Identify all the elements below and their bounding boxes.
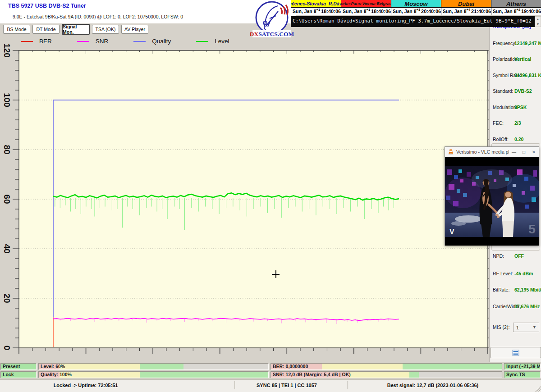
constellation-button[interactable] <box>491 347 541 358</box>
vlc-titlebar[interactable]: Verissimo - VLC media player — □ ✕ <box>445 147 539 157</box>
chart-legend: BERSNRQualityLevel <box>21 38 255 45</box>
v-watermark: V <box>449 228 454 236</box>
status-sync: SYNC 85 | TEI 1 | CC 1057 <box>257 383 317 388</box>
field-rolloff-: RollOff:0.20 <box>490 137 541 143</box>
field-carrierwidth-: CarrierWidth:37,676 MHz <box>490 304 541 310</box>
mis-select[interactable]: 1 ▼ <box>513 323 539 332</box>
legend-label: Quality <box>152 38 171 45</box>
legend-swatch <box>133 41 146 42</box>
clock-utc-offset: +4 <box>467 8 472 12</box>
field-label: FEC: <box>493 120 504 126</box>
field-fec-: FEC:2/3 <box>490 120 541 127</box>
maximize-button[interactable]: □ <box>519 150 529 155</box>
field-polarization-: Polarization:Vertical <box>490 56 541 63</box>
mis-row: MIS (2): 1 ▼ <box>490 323 541 333</box>
clock-moscow: MoscowSun, Jan 8+320:40:06 <box>391 0 441 15</box>
tv-studio-scene: V 5 <box>445 166 539 237</box>
app-window: TBS 5927 USB DVB-S2 Tuner 9.0E - Eutelsa… <box>0 0 541 392</box>
mode-tabs: BS ModeDT ModeSignal Mon.TSA (OK)AV Play… <box>3 25 148 35</box>
field-value: 2/3 <box>514 120 521 126</box>
field-rf-level-: RF Level:-45 dBm <box>490 271 541 277</box>
vlc-title: Verissimo - VLC media player <box>456 149 509 155</box>
gauge-ber: BER: 0,0000000 <box>270 363 502 370</box>
tab-signal-mon-[interactable]: Signal Mon. <box>62 24 90 35</box>
y-axis-label: 100 <box>2 93 12 107</box>
clock-time-row: Sun, Jan 8+219:40:06 <box>491 8 541 15</box>
logo-text: DXSATCS.COM <box>250 31 294 37</box>
field-value: Vertical <box>514 56 531 62</box>
legend-swatch <box>196 41 208 42</box>
legend-label: SNR <box>96 38 109 45</box>
clock-time: 19:40:06 <box>521 9 541 14</box>
scroll-down-icon[interactable]: ▼ <box>535 22 541 27</box>
close-button[interactable]: ✕ <box>529 150 539 155</box>
legend-label: Level <box>215 38 229 45</box>
field-standard-: Standard:DVB-S2 <box>490 88 541 95</box>
clock-date: Sun, Jan 8 <box>443 9 467 14</box>
gauge-input-21-39-mbps-: Input (~21,39 Mbps) <box>504 363 541 370</box>
field-symbol-rate-: Symbol Rate:31396,831 KS/s <box>490 73 541 79</box>
field-value: 12149,247 MHz <box>514 41 541 46</box>
y-axis-label: 40 <box>2 244 12 253</box>
tuner-title: TBS 5927 USB DVB-S2 Tuner <box>8 3 86 9</box>
field-label: RF Level: <box>493 271 513 276</box>
field-frequency-: Frequency:12149,247 MHz <box>490 41 541 47</box>
clock-time: 20:40:06 <box>421 9 441 14</box>
clock-utc-offset: +2 <box>517 8 522 12</box>
gauge-snr: SNR: 12,0 dB (Margin: 5,4 dB | OK) <box>270 371 502 378</box>
tab-bs-mode[interactable]: BS Mode <box>3 25 30 34</box>
clock-time-row: Sun, Jan 8+118:40:06 <box>341 8 391 15</box>
command-prompt[interactable]: C:\Users\Roman Dávid>Signal monitoring_P… <box>291 16 535 27</box>
legend-item-quality: Quality <box>133 38 171 45</box>
field-label: BitRate: <box>493 287 509 292</box>
status-separator <box>347 381 348 389</box>
status-separator <box>234 381 235 389</box>
field-value: 62,195 Mbit/s <box>514 287 541 292</box>
field-label: Frequency: <box>493 41 517 46</box>
y-axis-label: 80 <box>2 145 12 154</box>
status-uptime: Locked -> Uptime: 72:05:51 <box>54 383 118 388</box>
minimize-button[interactable]: — <box>509 150 519 155</box>
gauge-sync-ts: Sync TS <box>504 371 541 378</box>
chevron-down-icon: ▼ <box>532 325 536 329</box>
dxsatcs-logo: DXSATCS.COM <box>250 0 294 38</box>
signal-chart: BERSNRQualityLevel 020406080100120 <box>0 34 489 362</box>
clock-city-label: Athens <box>491 0 541 8</box>
tab-dt-mode[interactable]: DT Mode <box>32 25 60 34</box>
cmd-scrollbar[interactable]: ▲ ▼ <box>535 16 541 27</box>
field-label: RollOff: <box>493 137 509 142</box>
clock-time-row: Sun, Jan 8+421:40:06 <box>441 8 491 15</box>
clock-date: Sun, Jan 8 <box>493 9 517 14</box>
field-value: 0.20 <box>514 137 523 142</box>
clock-city-label: Lučenec-Slovakia_R.Dávid <box>291 0 341 8</box>
clock-dubai: DubaiSun, Jan 8+421:40:06 <box>441 0 491 15</box>
field-value: DVB-S2 <box>514 88 532 94</box>
y-axis-label: 120 <box>2 43 12 58</box>
field-value: 8PSK <box>514 105 527 110</box>
legend-item-snr: SNR <box>77 38 109 45</box>
y-axis-label: 0 <box>2 346 12 351</box>
field-value: 31396,831 KS/s <box>514 73 541 78</box>
legend-swatch <box>21 41 33 42</box>
status-bar: Locked -> Uptime: 72:05:51 SYNC 85 | TEI… <box>0 379 541 392</box>
clock-city-label: Dubai <box>441 0 491 8</box>
y-axis-label: 20 <box>2 293 12 303</box>
tab-tsa-ok-[interactable]: TSA (OK) <box>92 25 119 34</box>
scroll-up-icon[interactable]: ▲ <box>535 17 541 22</box>
tab-av-player[interactable]: AV Player <box>121 25 148 34</box>
field-label: Standard: <box>493 88 513 94</box>
legend-label: BER <box>39 38 52 45</box>
legend-item-ber: BER <box>21 38 52 45</box>
clock-utc-offset: +1 <box>367 8 371 12</box>
gauge-lock: Lock <box>0 371 37 378</box>
field-value: OFF <box>514 253 524 259</box>
mis-label: MIS (2): <box>493 324 509 330</box>
field-bitrate-: BitRate:62,195 Mbit/s <box>490 287 541 293</box>
field-value: 37,676 MHz <box>514 304 540 309</box>
resize-grip[interactable] <box>535 386 541 392</box>
layers-icon <box>512 350 519 356</box>
channel5-watermark: 5 <box>528 222 536 236</box>
clock-berlin-paris-vienna-belgrade: Berlin-Paris-Vienna-BelgradeSun, Jan 8+1… <box>341 0 391 15</box>
vlc-window[interactable]: Verissimo - VLC media player — □ ✕ <box>445 146 539 246</box>
field-npd-: NPD:OFF <box>490 253 541 260</box>
